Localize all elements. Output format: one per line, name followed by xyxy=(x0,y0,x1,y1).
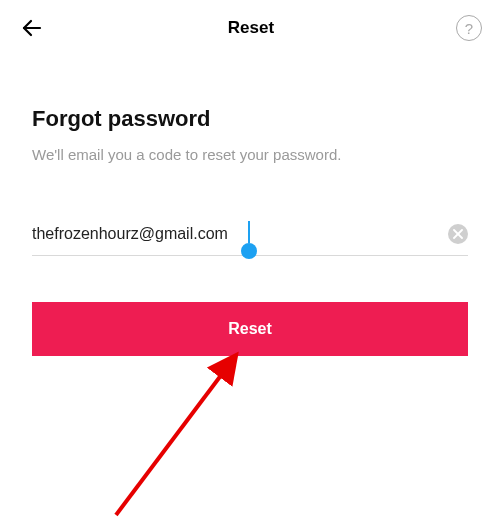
help-button[interactable]: ? xyxy=(456,15,482,41)
annotation-arrow-icon xyxy=(96,340,256,517)
email-input-wrapper xyxy=(32,221,468,256)
selection-handle[interactable] xyxy=(241,243,257,259)
header-bar: Reset ? xyxy=(0,0,500,56)
back-arrow-icon xyxy=(20,16,44,40)
back-button[interactable] xyxy=(18,14,46,42)
instruction-text: We'll email you a code to reset your pas… xyxy=(32,144,468,165)
help-icon: ? xyxy=(465,20,473,37)
text-caret xyxy=(248,221,250,243)
forgot-password-heading: Forgot password xyxy=(32,106,468,132)
clear-input-button[interactable] xyxy=(448,224,468,244)
svg-line-4 xyxy=(116,358,234,515)
email-field[interactable] xyxy=(32,221,448,247)
close-icon xyxy=(453,229,463,239)
reset-button[interactable]: Reset xyxy=(32,302,468,356)
content-area: Forgot password We'll email you a code t… xyxy=(0,56,500,356)
page-title: Reset xyxy=(228,18,274,38)
